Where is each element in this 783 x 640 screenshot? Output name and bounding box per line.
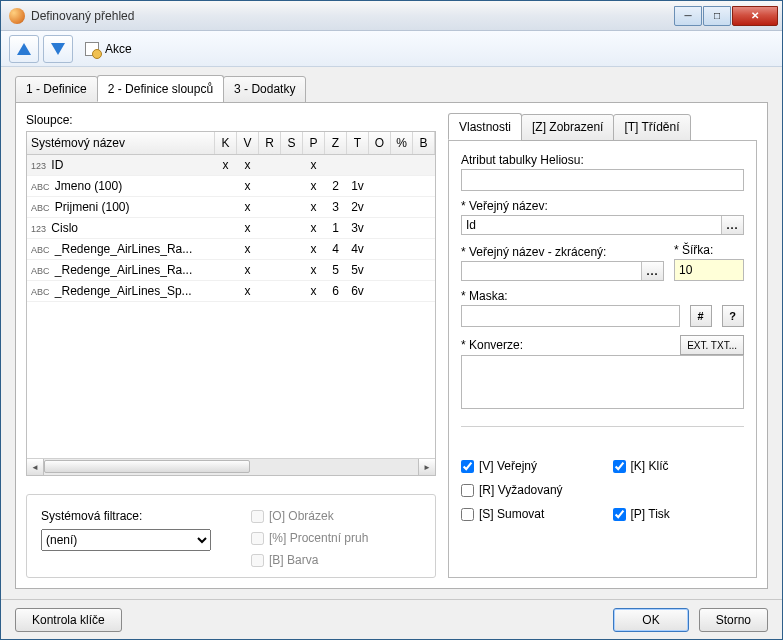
akce-button[interactable]: Akce xyxy=(77,35,140,63)
table-row[interactable]: ABC _Redenge_AirLines_Ra...xx44v xyxy=(27,239,435,260)
tab-dodatky[interactable]: 3 - Dodatky xyxy=(223,76,306,103)
cell-r[interactable] xyxy=(259,239,281,260)
cell-pct[interactable] xyxy=(391,176,413,197)
cell-b[interactable] xyxy=(413,176,435,197)
cell-o[interactable] xyxy=(369,239,391,260)
table-row[interactable]: ABC _Redenge_AirLines_Sp...xx66v xyxy=(27,281,435,302)
chk-tisk[interactable]: [P] Tisk xyxy=(613,507,745,521)
cell-k[interactable] xyxy=(215,260,237,281)
cell-p[interactable]: x xyxy=(303,176,325,197)
cell-r[interactable] xyxy=(259,176,281,197)
cell-k[interactable] xyxy=(215,218,237,239)
cell-z[interactable]: 3 xyxy=(325,197,347,218)
cell-s[interactable] xyxy=(281,260,303,281)
cell-p[interactable]: x xyxy=(303,260,325,281)
maska-hash-button[interactable]: # xyxy=(690,305,712,327)
cell-t[interactable]: 6v xyxy=(347,281,369,302)
storno-button[interactable]: Storno xyxy=(699,608,768,632)
chk-barva[interactable]: [B] Barva xyxy=(251,553,368,567)
cell-o[interactable] xyxy=(369,155,391,176)
cell-v[interactable]: x xyxy=(237,239,259,260)
cell-t[interactable]: 1v xyxy=(347,176,369,197)
cell-b[interactable] xyxy=(413,281,435,302)
table-row[interactable]: ABC _Redenge_AirLines_Ra...xx55v xyxy=(27,260,435,281)
cell-b[interactable] xyxy=(413,155,435,176)
cell-pct[interactable] xyxy=(391,197,413,218)
cell-s[interactable] xyxy=(281,239,303,260)
table-row[interactable]: 123 Cisloxx13v xyxy=(27,218,435,239)
chk-vyzadovany[interactable]: [R] Vyžadovaný xyxy=(461,483,593,497)
cell-k[interactable] xyxy=(215,239,237,260)
cell-s[interactable] xyxy=(281,281,303,302)
cell-v[interactable]: x xyxy=(237,260,259,281)
cell-sysname[interactable]: ABC Prijmeni (100) xyxy=(27,197,215,218)
verejny-zkraceny-input[interactable] xyxy=(462,262,641,280)
cell-sysname[interactable]: ABC Jmeno (100) xyxy=(27,176,215,197)
cell-p[interactable]: x xyxy=(303,197,325,218)
cell-z[interactable]: 1 xyxy=(325,218,347,239)
cell-z[interactable]: 2 xyxy=(325,176,347,197)
scroll-left-button[interactable]: ◄ xyxy=(27,459,44,475)
system-filter-select[interactable]: (není) xyxy=(41,529,211,551)
chk-verejny[interactable]: [V] Veřejný xyxy=(461,459,593,473)
cell-v[interactable]: x xyxy=(237,281,259,302)
maska-input[interactable] xyxy=(461,305,680,327)
col-o[interactable]: O xyxy=(369,132,391,155)
cell-z[interactable] xyxy=(325,155,347,176)
chk-procentni-pruh[interactable]: [%] Procentní pruh xyxy=(251,531,368,545)
cell-sysname[interactable]: 123 ID xyxy=(27,155,215,176)
tab-zobrazeni[interactable]: [Z] Zobrazení xyxy=(521,114,614,141)
cell-o[interactable] xyxy=(369,197,391,218)
chk-sumovat-input[interactable] xyxy=(461,508,474,521)
cell-pct[interactable] xyxy=(391,239,413,260)
chk-vyzadovany-input[interactable] xyxy=(461,484,474,497)
cell-b[interactable] xyxy=(413,239,435,260)
cell-z[interactable]: 5 xyxy=(325,260,347,281)
chk-tisk-input[interactable] xyxy=(613,508,626,521)
move-down-button[interactable] xyxy=(43,35,73,63)
cell-pct[interactable] xyxy=(391,281,413,302)
cell-pct[interactable] xyxy=(391,260,413,281)
atribut-input[interactable] xyxy=(461,169,744,191)
tab-trideni[interactable]: [T] Třídění xyxy=(613,114,690,141)
cell-v[interactable]: x xyxy=(237,218,259,239)
scroll-thumb[interactable] xyxy=(44,460,250,473)
chk-klic-input[interactable] xyxy=(613,460,626,473)
cell-s[interactable] xyxy=(281,197,303,218)
verejny-nazev-input[interactable] xyxy=(462,216,721,234)
cell-r[interactable] xyxy=(259,155,281,176)
cell-s[interactable] xyxy=(281,218,303,239)
cell-k[interactable] xyxy=(215,197,237,218)
col-p[interactable]: P xyxy=(303,132,325,155)
chk-procentni-input[interactable] xyxy=(251,532,264,545)
move-up-button[interactable] xyxy=(9,35,39,63)
table-row[interactable]: ABC Prijmeni (100)xx32v xyxy=(27,197,435,218)
cell-pct[interactable] xyxy=(391,155,413,176)
chk-obrazek-input[interactable] xyxy=(251,510,264,523)
col-r[interactable]: R xyxy=(259,132,281,155)
cell-p[interactable]: x xyxy=(303,281,325,302)
cell-r[interactable] xyxy=(259,281,281,302)
cell-t[interactable]: 2v xyxy=(347,197,369,218)
col-sysname[interactable]: Systémový název xyxy=(27,132,215,155)
verejny-zkraceny-ellipsis-button[interactable]: ... xyxy=(641,262,663,280)
cell-t[interactable] xyxy=(347,155,369,176)
konverze-input[interactable] xyxy=(461,355,744,409)
chk-verejny-input[interactable] xyxy=(461,460,474,473)
sirka-input[interactable] xyxy=(674,259,744,281)
maska-help-button[interactable]: ? xyxy=(722,305,744,327)
tab-definice-sloupcu[interactable]: 2 - Definice sloupců xyxy=(97,75,224,102)
cell-k[interactable] xyxy=(215,281,237,302)
cell-r[interactable] xyxy=(259,197,281,218)
col-s[interactable]: S xyxy=(281,132,303,155)
cell-b[interactable] xyxy=(413,218,435,239)
chk-obrazek[interactable]: [O] Obrázek xyxy=(251,509,368,523)
cell-s[interactable] xyxy=(281,176,303,197)
cell-v[interactable]: x xyxy=(237,176,259,197)
cell-o[interactable] xyxy=(369,281,391,302)
table-row[interactable]: ABC Jmeno (100)xx21v xyxy=(27,176,435,197)
col-pct[interactable]: % xyxy=(391,132,413,155)
chk-barva-input[interactable] xyxy=(251,554,264,567)
tab-definice[interactable]: 1 - Definice xyxy=(15,76,98,103)
cell-b[interactable] xyxy=(413,197,435,218)
